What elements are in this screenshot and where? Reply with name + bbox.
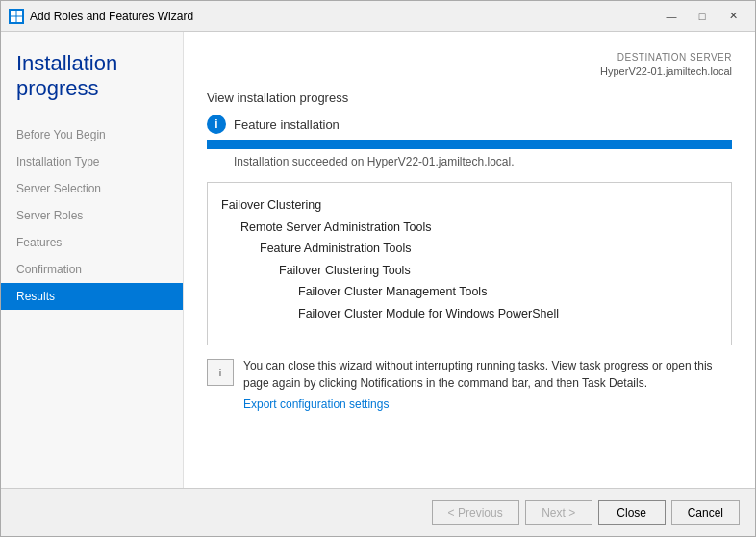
svg-rect-3 — [17, 16, 23, 22]
title-bar: Add Roles and Features Wizard — □ ✕ — [1, 1, 755, 32]
next-button[interactable]: Next > — [525, 500, 592, 525]
sidebar-item-before-you-begin: Before You Begin — [1, 121, 183, 148]
sidebar-item-results: Results — [1, 283, 183, 310]
destination-server-value: HyperV22-01.jamiltech.local — [600, 65, 732, 77]
minimize-button[interactable]: — — [657, 7, 686, 26]
export-link[interactable]: Export configuration settings — [243, 397, 389, 411]
svg-rect-1 — [17, 11, 23, 16]
sidebar-item-features: Features — [1, 229, 183, 256]
window-controls: — □ ✕ — [657, 7, 747, 26]
destination-server: DESTINATION SERVER HyperV22-01.jamiltech… — [207, 51, 732, 79]
previous-button[interactable]: < Previous — [432, 500, 519, 525]
feature-line-2: Feature Administration Tools — [221, 238, 718, 260]
maximize-button[interactable]: □ — [688, 7, 717, 26]
feature-line-0: Failover Clustering — [221, 194, 718, 217]
features-box: Failover Clustering Remote Server Admini… — [207, 182, 732, 345]
main-window: Add Roles and Features Wizard — □ ✕ Inst… — [0, 0, 756, 537]
info-section-icon: i — [207, 359, 234, 386]
info-section-text-block: You can close this wizard without interr… — [243, 357, 732, 411]
info-icon: i — [207, 115, 226, 134]
section-title: View installation progress — [207, 90, 732, 105]
sidebar: Installation progress Before You Begin I… — [1, 32, 184, 488]
sidebar-item-installation-type: Installation Type — [1, 148, 183, 175]
progress-bar-fill — [207, 140, 732, 149]
feature-line-4: Failover Cluster Management Tools — [221, 281, 718, 303]
window-close-button[interactable]: ✕ — [718, 7, 747, 26]
app-icon — [9, 9, 24, 24]
close-button[interactable]: Close — [598, 500, 666, 525]
sidebar-nav: Before You Begin Installation Type Serve… — [1, 121, 183, 310]
progress-success-message: Installation succeeded on HyperV22-01.ja… — [234, 155, 732, 168]
page-title: Installation progress — [1, 32, 183, 117]
feature-line-5: Failover Cluster Module for Windows Powe… — [221, 303, 718, 325]
info-section-text: You can close this wizard without interr… — [243, 357, 732, 392]
progress-label: Feature installation — [234, 117, 340, 132]
info-section-number: i — [219, 367, 221, 378]
main-content: Installation progress Before You Begin I… — [1, 32, 755, 488]
svg-rect-0 — [11, 11, 16, 16]
progress-bar-container — [207, 140, 732, 149]
destination-server-label: DESTINATION SERVER — [207, 51, 732, 64]
content-area: DESTINATION SERVER HyperV22-01.jamiltech… — [184, 32, 755, 488]
svg-rect-2 — [11, 16, 16, 22]
sidebar-item-server-selection: Server Selection — [1, 175, 183, 202]
info-section: i You can close this wizard without inte… — [207, 357, 732, 411]
footer: < Previous Next > Close Cancel — [1, 488, 755, 536]
window-title: Add Roles and Features Wizard — [30, 10, 657, 23]
cancel-button[interactable]: Cancel — [671, 500, 740, 525]
progress-header: i Feature installation — [207, 115, 732, 134]
progress-block: i Feature installation Installation succ… — [207, 115, 732, 172]
sidebar-item-confirmation: Confirmation — [1, 256, 183, 283]
sidebar-item-server-roles: Server Roles — [1, 202, 183, 229]
feature-line-3: Failover Clustering Tools — [221, 260, 718, 282]
feature-line-1: Remote Server Administration Tools — [221, 217, 718, 239]
